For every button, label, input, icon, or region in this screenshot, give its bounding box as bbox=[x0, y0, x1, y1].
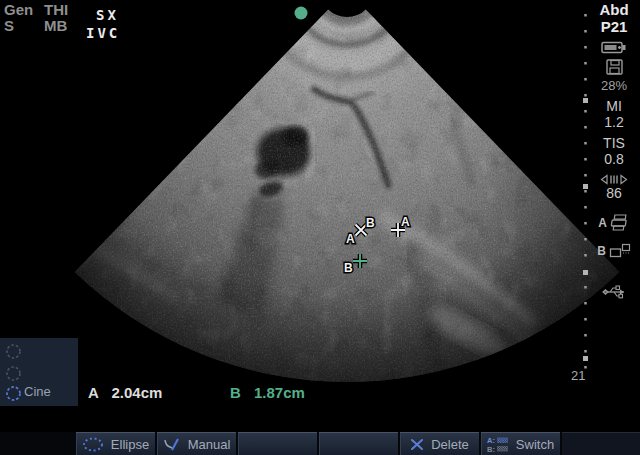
mi-label: MI bbox=[606, 98, 622, 114]
delete-x-icon bbox=[410, 438, 424, 451]
knob-icon[interactable] bbox=[5, 365, 22, 386]
toolbar-button-empty-1[interactable] bbox=[238, 432, 317, 455]
caliper-label-a-start: A bbox=[346, 232, 355, 246]
print-row[interactable]: A bbox=[598, 214, 630, 231]
toolbar: Ellipse Manual Delete bbox=[0, 432, 640, 455]
switch-button[interactable]: A: B: Switch bbox=[481, 432, 560, 455]
toolbar-button-empty-2[interactable] bbox=[319, 432, 398, 455]
cine-label: Cine bbox=[24, 384, 51, 399]
printer-icon bbox=[610, 214, 630, 231]
annotation-line-sx: SX bbox=[86, 6, 120, 24]
annotation-preset-text: SX IVC bbox=[86, 6, 120, 42]
knob-icon[interactable] bbox=[5, 343, 22, 364]
measurement-a-result: A 2.04cm bbox=[88, 384, 162, 401]
caliper-label-a-end: A bbox=[401, 215, 410, 229]
probe-label: P21 bbox=[601, 18, 628, 35]
delete-button[interactable]: Delete bbox=[400, 432, 479, 455]
mode-mb-label: MB bbox=[44, 18, 68, 34]
manual-button[interactable]: Manual bbox=[157, 432, 236, 455]
ultrasound-screen: B A A B Gen S THI MB SX IVC Abd P21 bbox=[0, 0, 640, 455]
switch-icon-b-label: B: bbox=[487, 444, 495, 453]
focus-icon bbox=[600, 174, 628, 185]
measurement-b-value: 1.87cm bbox=[254, 384, 305, 401]
dual-screen-icon bbox=[609, 243, 631, 258]
switch-ab-icon: A: B: bbox=[487, 436, 509, 453]
ellipse-button-label: Ellipse bbox=[111, 437, 149, 452]
measurement-a-label: A bbox=[88, 384, 98, 401]
delete-button-label: Delete bbox=[431, 437, 469, 452]
mode-gen-label: Gen bbox=[4, 2, 33, 18]
battery-icon bbox=[601, 41, 627, 54]
mode-indicator-thi: THI MB bbox=[44, 2, 68, 34]
exam-type-label: Abd bbox=[599, 1, 628, 18]
mode-thi-label: THI bbox=[44, 2, 68, 18]
manual-trace-icon bbox=[163, 437, 181, 452]
depth-value: 21 bbox=[571, 368, 585, 383]
toolbar-filler bbox=[562, 432, 640, 455]
tis-value: 0.8 bbox=[604, 151, 623, 167]
switch-button-label: Switch bbox=[516, 437, 554, 452]
print-row-label: A bbox=[598, 216, 607, 230]
ellipse-icon bbox=[82, 437, 104, 452]
storage-percent: 28% bbox=[601, 78, 627, 93]
ellipse-button[interactable]: Ellipse bbox=[76, 432, 155, 455]
usb-icon bbox=[599, 284, 629, 300]
toolbar-spacer bbox=[0, 432, 76, 455]
floppy-save-icon[interactable] bbox=[606, 59, 623, 75]
manual-button-label: Manual bbox=[188, 437, 231, 452]
cine-knob-icon[interactable] bbox=[5, 385, 22, 406]
mi-value: 1.2 bbox=[604, 114, 623, 130]
status-panel: Abd P21 28% MI 1.2 TIS 0.8 bbox=[588, 0, 640, 430]
measurement-b-label: B bbox=[230, 384, 241, 401]
mode-indicator-gen: Gen S bbox=[4, 2, 33, 34]
mode-s-label: S bbox=[4, 18, 33, 34]
dual-screen-row[interactable]: B bbox=[597, 243, 631, 258]
caliper-label-b-start: B bbox=[366, 216, 375, 230]
annotation-line-ivc: IVC bbox=[86, 24, 120, 42]
orientation-marker-dot bbox=[295, 7, 308, 20]
measurement-a-value: 2.04cm bbox=[111, 384, 162, 401]
caliper-label-b-end: B bbox=[344, 261, 353, 275]
scan-sector bbox=[0, 0, 620, 420]
gain-value: 86 bbox=[606, 185, 622, 201]
measurement-b-result: B 1.87cm bbox=[230, 384, 305, 401]
dual-screen-row-label: B bbox=[597, 244, 606, 258]
tis-label: TIS bbox=[603, 135, 625, 151]
